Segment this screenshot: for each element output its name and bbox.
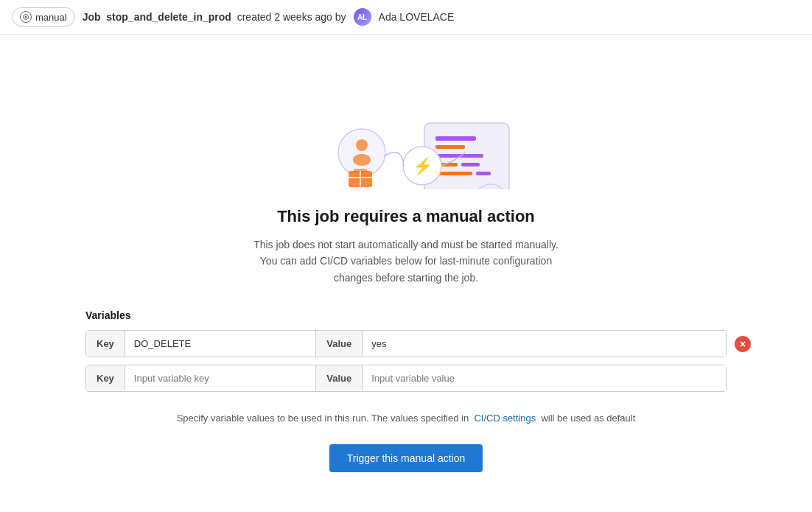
main-content: ⚙ ⚡ This job requires a manual action Th…	[0, 35, 812, 502]
svg-point-13	[356, 139, 368, 151]
svg-rect-8	[435, 172, 472, 175]
svg-rect-4	[435, 145, 465, 149]
variable-row-2-wrapper: Key Value	[85, 365, 727, 392]
variable-row-1-wrapper: Key Value ×	[85, 330, 727, 357]
variables-section: Variables Key Value × Key Value	[85, 309, 727, 399]
svg-rect-9	[476, 172, 491, 175]
job-keyword: Job	[83, 11, 101, 23]
key-label-1: Key	[86, 331, 125, 357]
delete-variable-1-button[interactable]: ×	[732, 334, 753, 354]
header-bar: manual Job stop_and_delete_in_prod creat…	[0, 0, 812, 35]
cicd-settings-link[interactable]: CI/CD settings	[474, 413, 536, 424]
svg-text:⚡: ⚡	[413, 156, 433, 176]
play-icon	[20, 11, 32, 23]
author-name: Ada LOVELACE	[379, 11, 455, 23]
key-input-2[interactable]	[125, 365, 315, 391]
key-input-1[interactable]	[125, 331, 315, 357]
info-text-after: will be used as default	[541, 413, 635, 424]
value-label-1: Value	[315, 331, 363, 357]
variable-row-1: Key Value	[85, 330, 727, 357]
key-label-2: Key	[86, 365, 125, 391]
svg-rect-7	[461, 163, 480, 166]
avatar: AL	[354, 8, 371, 26]
illustration: ⚙ ⚡	[281, 57, 531, 189]
variable-row-2: Key Value	[85, 365, 727, 392]
badge-label: manual	[35, 12, 67, 23]
delete-icon-1: ×	[735, 336, 751, 352]
value-label-2: Value	[315, 365, 363, 391]
trigger-manual-action-button[interactable]: Trigger this manual action	[329, 444, 483, 472]
header-job-info: Job stop_and_delete_in_prod created 2 we…	[83, 11, 346, 23]
avatar-initials: AL	[357, 13, 367, 21]
info-text: Specify variable values to be used in th…	[177, 413, 636, 424]
svg-point-1	[25, 16, 27, 18]
job-created-text: created 2 weeks ago by	[237, 11, 346, 23]
svg-rect-3	[435, 136, 476, 141]
value-input-2[interactable]	[363, 365, 726, 391]
page-title: This job requires a manual action	[277, 207, 535, 226]
variables-label: Variables	[85, 309, 727, 321]
info-text-before: Specify variable values to be used in th…	[177, 413, 469, 424]
page-description: This job does not start automatically an…	[251, 236, 561, 286]
value-input-1[interactable]	[363, 331, 726, 357]
job-name: stop_and_delete_in_prod	[106, 11, 231, 23]
manual-badge: manual	[12, 7, 75, 27]
svg-point-14	[353, 154, 371, 166]
